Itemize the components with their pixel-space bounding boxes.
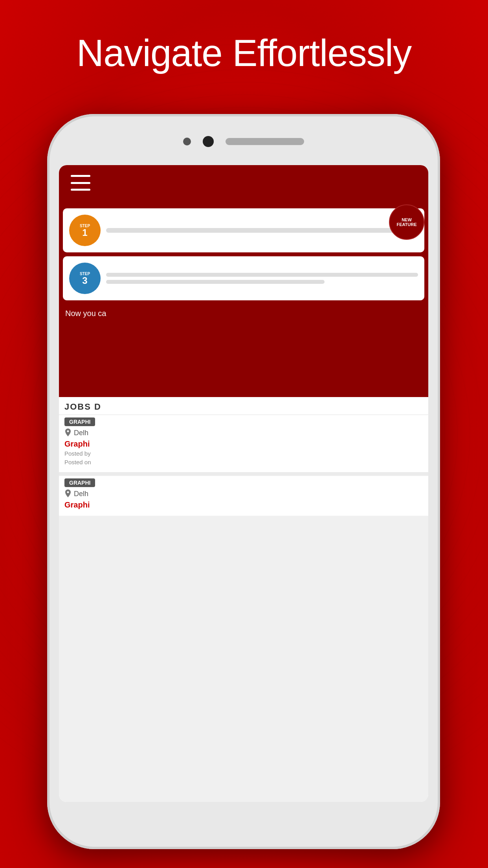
step1-card: STEP 1 xyxy=(63,208,424,252)
job1-posted-by: Posted by xyxy=(59,449,428,458)
step3-content xyxy=(106,273,418,284)
step1-bar xyxy=(106,228,418,233)
top-navigation-bar xyxy=(59,165,428,200)
speaker xyxy=(226,138,304,145)
hamburger-button[interactable] xyxy=(71,175,90,191)
phone-frame: XXXXXXXX View your profile Dashboard xyxy=(47,114,440,849)
job1-location-row: Delh xyxy=(59,427,428,439)
hamburger-line-1 xyxy=(71,175,90,177)
job2-tag: GRAPHI xyxy=(64,478,95,487)
location-pin-icon-2 xyxy=(64,489,72,498)
badge-new: NEW xyxy=(402,217,412,222)
badge-feature: FEATURE xyxy=(396,222,416,227)
now-you-text: Now you ca xyxy=(59,304,428,323)
step3-card: STEP 3 xyxy=(63,256,424,300)
red-section: NEW FEATURE STEP 1 STEP 3 xyxy=(59,200,428,397)
job-card-1[interactable]: GRAPHI Delh Graphi Posted by Posted on xyxy=(59,415,428,472)
location-pin-icon xyxy=(64,428,72,437)
main-content-area: NEW FEATURE STEP 1 STEP 3 xyxy=(59,165,428,802)
jobs-header-section: JOBS D xyxy=(59,397,428,414)
front-camera xyxy=(203,136,214,147)
jobs-header-text: JOBS D xyxy=(64,402,101,412)
job1-title: Graphi xyxy=(59,439,428,449)
front-camera-small xyxy=(183,138,191,145)
job2-title: Graphi xyxy=(59,500,428,510)
job1-posted-on: Posted on xyxy=(59,458,428,467)
hamburger-line-3 xyxy=(71,189,90,191)
divider xyxy=(59,472,428,475)
step3-num: 3 xyxy=(82,276,87,285)
job-card-2[interactable]: GRAPHI Delh Graphi xyxy=(59,476,428,516)
step1-num: 1 xyxy=(82,228,87,237)
job2-location: Delh xyxy=(74,490,88,498)
job1-location: Delh xyxy=(74,429,88,437)
hamburger-line-2 xyxy=(71,182,90,184)
step3-circle: STEP 3 xyxy=(69,263,101,294)
phone-screen: XXXXXXXX View your profile Dashboard xyxy=(59,165,428,802)
page-title: Navigate Effortlessly xyxy=(0,31,488,75)
new-feature-badge: NEW FEATURE xyxy=(389,204,424,240)
step3-bar2 xyxy=(106,280,325,284)
job2-location-row: Delh xyxy=(59,488,428,500)
step3-bar1 xyxy=(106,273,418,277)
step1-circle: STEP 1 xyxy=(69,215,101,246)
job1-tag: GRAPHI xyxy=(64,417,95,426)
phone-top-bar xyxy=(47,114,440,169)
